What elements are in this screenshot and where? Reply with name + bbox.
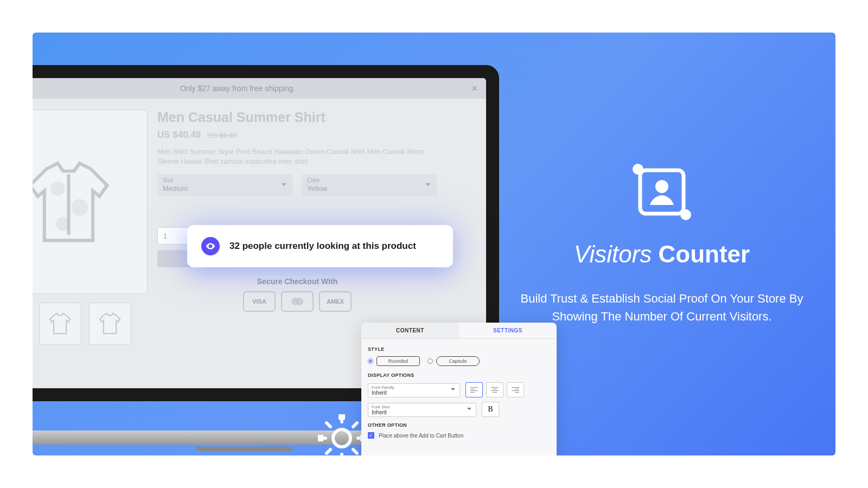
visitor-counter-card: 32 people currently looking at this prod… <box>187 225 453 267</box>
banner-text: Only $27 away from free shipping. <box>180 84 295 93</box>
visa-icon: VISA <box>243 291 276 312</box>
svg-point-7 <box>333 429 350 447</box>
eye-icon <box>201 237 220 255</box>
promo-description: Build Trust & Establish Social Proof On … <box>510 290 814 325</box>
amex-icon: AMEX <box>319 291 352 312</box>
title-italic: Visitors <box>574 241 652 267</box>
promo-title: Visitors Counter <box>574 241 750 268</box>
align-left-button[interactable] <box>465 382 483 397</box>
promo-card: Only $27 away from free shipping. × <box>33 33 835 455</box>
align-right-button[interactable] <box>507 382 524 397</box>
font-family-select[interactable]: Font Family Inherit <box>368 383 460 397</box>
svg-point-6 <box>209 245 211 247</box>
close-icon[interactable]: × <box>471 83 477 94</box>
svg-point-1 <box>73 201 86 214</box>
svg-point-5 <box>296 298 303 305</box>
product-old-price: US $6.40 <box>207 131 237 139</box>
rounded-preview: Rounded <box>376 356 420 366</box>
visitor-suffix: people currently looking at this product <box>240 241 416 251</box>
svg-point-9 <box>655 180 668 193</box>
settings-panel: CONTENT SETTINGS STYLE Rounded Capsule D… <box>361 323 557 455</box>
color-label: Color <box>307 177 432 183</box>
radio-checked-icon <box>368 358 373 364</box>
secure-checkout-label: Secure Checkout With <box>157 277 437 286</box>
mastercard-icon <box>281 291 314 312</box>
display-section-label: DISPLAY OPTIONS <box>368 373 550 378</box>
product-price: US $40.48 <box>157 130 201 140</box>
canvas: Only $27 away from free shipping. × <box>0 0 868 488</box>
capsule-preview: Capsule <box>436 356 480 366</box>
svg-point-10 <box>633 164 643 175</box>
free-shipping-banner: Only $27 away from free shipping. × <box>33 78 486 99</box>
other-section-label: OTHER OPTION <box>368 422 550 428</box>
svg-point-11 <box>680 209 691 220</box>
product-description: Men Shirt Summer Style Print Beach Hawai… <box>157 147 437 166</box>
bold-button[interactable]: B <box>482 402 499 417</box>
visitors-counter-icon <box>629 163 694 224</box>
tab-content[interactable]: CONTENT <box>361 323 459 338</box>
visitor-text: 32 people currently looking at this prod… <box>229 241 416 252</box>
product-images <box>33 110 157 345</box>
visitor-count: 32 <box>229 241 240 251</box>
size-label: Size <box>163 177 288 183</box>
thumbnail-row <box>33 303 148 345</box>
radio-icon <box>427 358 433 364</box>
shirt-icon <box>33 138 124 266</box>
align-center-button[interactable] <box>486 382 503 397</box>
size-value: Medium <box>163 184 188 192</box>
font-size-label: Font Size <box>372 404 473 409</box>
font-size-select[interactable]: Font Size Inherit <box>368 403 476 417</box>
thumbnail[interactable] <box>39 303 81 345</box>
color-select[interactable]: Color Yellow <box>302 174 437 196</box>
size-select[interactable]: Size Medium <box>157 174 293 196</box>
gear-icon <box>315 411 369 455</box>
svg-point-0 <box>52 183 63 194</box>
style-rounded-option[interactable]: Rounded <box>368 356 420 366</box>
product-area: Men Casual Summer Shirt US $40.48 US $6.… <box>33 99 486 345</box>
style-capsule-option[interactable]: Capsule <box>427 356 480 366</box>
product-title: Men Casual Summer Shirt <box>157 110 437 125</box>
font-family-value: Inherit <box>372 390 387 396</box>
payment-icons: VISA AMEX <box>157 291 437 312</box>
title-bold: Counter <box>659 241 750 267</box>
font-size-value: Inherit <box>372 409 387 415</box>
tab-settings[interactable]: SETTINGS <box>459 323 557 338</box>
quantity-value: 1 <box>163 232 167 240</box>
style-section-label: STYLE <box>368 346 550 352</box>
checkbox-checked-icon[interactable]: ✓ <box>368 432 374 439</box>
product-main-image <box>33 110 148 294</box>
color-value: Yellow <box>307 184 327 192</box>
place-above-cart-label: Place above the Add to Cart Button <box>379 433 463 439</box>
font-family-label: Font Family <box>372 385 456 390</box>
thumbnail[interactable] <box>89 303 131 345</box>
